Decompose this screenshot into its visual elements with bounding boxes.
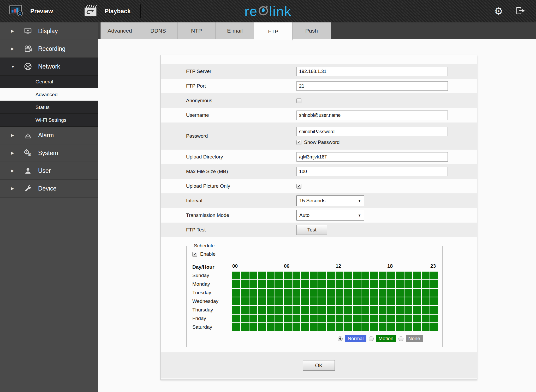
schedule-cell-wednesday-14[interactable] [353, 297, 361, 305]
schedule-cell-saturday-23[interactable] [430, 323, 438, 331]
schedule-cell-saturday-7[interactable] [293, 323, 300, 331]
schedule-cell-friday-18[interactable] [387, 315, 395, 322]
schedule-cell-wednesday-2[interactable] [249, 297, 257, 305]
schedule-cell-tuesday-1[interactable] [241, 289, 249, 297]
schedule-cell-thursday-18[interactable] [387, 306, 395, 314]
schedule-cell-thursday-6[interactable] [284, 306, 292, 314]
schedule-cell-monday-13[interactable] [344, 280, 352, 288]
schedule-cell-monday-21[interactable] [413, 280, 421, 288]
schedule-cell-friday-22[interactable] [422, 315, 430, 322]
schedule-cell-friday-23[interactable] [430, 315, 438, 322]
schedule-cell-tuesday-22[interactable] [422, 289, 430, 297]
schedule-cell-tuesday-17[interactable] [379, 289, 386, 297]
tab-ddns[interactable]: DDNS [139, 22, 177, 39]
schedule-cell-wednesday-22[interactable] [422, 297, 430, 305]
schedule-cell-sunday-23[interactable] [430, 272, 438, 279]
schedule-cell-friday-1[interactable] [241, 315, 249, 322]
logout-icon[interactable] [515, 6, 526, 16]
schedule-cell-friday-14[interactable] [353, 315, 361, 322]
schedule-cell-thursday-0[interactable] [232, 306, 240, 314]
schedule-cell-wednesday-19[interactable] [396, 297, 404, 305]
sidebar-item-network[interactable]: ▼Network [0, 58, 98, 76]
schedule-cell-wednesday-1[interactable] [241, 297, 249, 305]
tab-ntp[interactable]: NTP [177, 22, 216, 39]
schedule-cell-friday-11[interactable] [327, 315, 335, 322]
schedule-cell-thursday-22[interactable] [422, 306, 430, 314]
ftp-test-button[interactable]: Test [296, 225, 327, 235]
schedule-cell-friday-4[interactable] [267, 315, 275, 322]
schedule-cell-sunday-0[interactable] [232, 272, 240, 279]
schedule-cell-tuesday-16[interactable] [370, 289, 378, 297]
schedule-cell-sunday-22[interactable] [422, 272, 430, 279]
schedule-enable-checkbox[interactable]: ✔ [192, 252, 197, 257]
sidebar-item-display[interactable]: ▶Display [0, 22, 98, 40]
schedule-cell-saturday-4[interactable] [267, 323, 275, 331]
schedule-cell-saturday-17[interactable] [379, 323, 386, 331]
schedule-cell-friday-5[interactable] [275, 315, 283, 322]
schedule-cell-sunday-4[interactable] [267, 272, 275, 279]
upload-directory-field[interactable] [296, 152, 448, 162]
schedule-cell-tuesday-6[interactable] [284, 289, 292, 297]
mode-radio-normal[interactable] [338, 336, 343, 341]
schedule-cell-sunday-7[interactable] [293, 272, 300, 279]
tab-ftp[interactable]: FTP [254, 22, 293, 40]
mode-radio-motion[interactable] [369, 336, 374, 341]
schedule-cell-friday-10[interactable] [318, 315, 326, 322]
schedule-cell-monday-16[interactable] [370, 280, 378, 288]
schedule-cell-saturday-18[interactable] [387, 323, 395, 331]
schedule-cell-saturday-0[interactable] [232, 323, 240, 331]
schedule-cell-wednesday-6[interactable] [284, 297, 292, 305]
schedule-cell-sunday-3[interactable] [258, 272, 266, 279]
schedule-cell-sunday-16[interactable] [370, 272, 378, 279]
schedule-cell-sunday-14[interactable] [353, 272, 361, 279]
sidebar-item-user[interactable]: ▶User [0, 162, 98, 180]
schedule-cell-saturday-1[interactable] [241, 323, 249, 331]
schedule-cell-saturday-9[interactable] [310, 323, 318, 331]
tab-push[interactable]: Push [293, 22, 331, 39]
schedule-cell-monday-6[interactable] [284, 280, 292, 288]
schedule-cell-wednesday-9[interactable] [310, 297, 318, 305]
schedule-cell-saturday-8[interactable] [301, 323, 309, 331]
schedule-cell-wednesday-18[interactable] [387, 297, 395, 305]
schedule-cell-saturday-6[interactable] [284, 323, 292, 331]
schedule-cell-thursday-23[interactable] [430, 306, 438, 314]
schedule-cell-saturday-16[interactable] [370, 323, 378, 331]
schedule-cell-monday-23[interactable] [430, 280, 438, 288]
schedule-cell-wednesday-11[interactable] [327, 297, 335, 305]
tab-advanced[interactable]: Advanced [100, 22, 139, 39]
schedule-cell-saturday-2[interactable] [249, 323, 257, 331]
schedule-cell-thursday-13[interactable] [344, 306, 352, 314]
schedule-cell-monday-18[interactable] [387, 280, 395, 288]
schedule-cell-tuesday-10[interactable] [318, 289, 326, 297]
schedule-cell-wednesday-4[interactable] [267, 297, 275, 305]
schedule-cell-wednesday-5[interactable] [275, 297, 283, 305]
schedule-cell-wednesday-3[interactable] [258, 297, 266, 305]
schedule-cell-tuesday-3[interactable] [258, 289, 266, 297]
schedule-cell-wednesday-12[interactable] [336, 297, 343, 305]
schedule-cell-tuesday-21[interactable] [413, 289, 421, 297]
schedule-cell-thursday-11[interactable] [327, 306, 335, 314]
schedule-cell-wednesday-23[interactable] [430, 297, 438, 305]
schedule-cell-wednesday-15[interactable] [361, 297, 369, 305]
schedule-cell-saturday-15[interactable] [361, 323, 369, 331]
schedule-cell-friday-6[interactable] [284, 315, 292, 322]
schedule-cell-thursday-14[interactable] [353, 306, 361, 314]
schedule-cell-sunday-6[interactable] [284, 272, 292, 279]
sidebar-subitem-general[interactable]: General [0, 76, 98, 88]
sidebar-subitem-wi-fi-settings[interactable]: Wi-Fi Settings [0, 114, 98, 127]
mode-label-none[interactable]: None [406, 335, 423, 342]
schedule-cell-tuesday-20[interactable] [404, 289, 412, 297]
schedule-cell-sunday-5[interactable] [275, 272, 283, 279]
schedule-cell-monday-9[interactable] [310, 280, 318, 288]
schedule-cell-thursday-15[interactable] [361, 306, 369, 314]
schedule-cell-wednesday-8[interactable] [301, 297, 309, 305]
schedule-cell-monday-2[interactable] [249, 280, 257, 288]
schedule-cell-sunday-12[interactable] [336, 272, 343, 279]
schedule-cell-sunday-2[interactable] [249, 272, 257, 279]
sidebar-item-device[interactable]: ▶Device [0, 180, 98, 198]
schedule-cell-thursday-9[interactable] [310, 306, 318, 314]
schedule-cell-friday-16[interactable] [370, 315, 378, 322]
schedule-cell-saturday-13[interactable] [344, 323, 352, 331]
schedule-cell-monday-10[interactable] [318, 280, 326, 288]
schedule-cell-tuesday-2[interactable] [249, 289, 257, 297]
